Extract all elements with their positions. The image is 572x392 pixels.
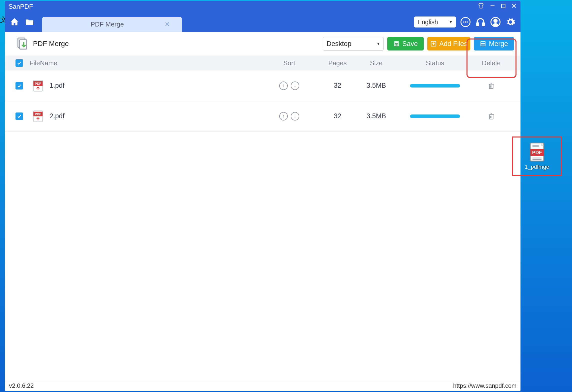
save-button[interactable]: Save bbox=[387, 37, 424, 50]
svg-text:PDF: PDF bbox=[35, 82, 41, 86]
column-filename: FileName bbox=[30, 59, 258, 67]
svg-text:PDF: PDF bbox=[532, 150, 542, 155]
sort-down-button[interactable]: ↓ bbox=[291, 112, 299, 120]
svg-rect-15 bbox=[396, 42, 398, 43]
toolbar: PDF Merge Desktop ▼ Save Add Files Merge bbox=[5, 32, 520, 56]
tab-close-icon[interactable]: ✕ bbox=[162, 20, 172, 28]
pdf-file-icon: PDF bbox=[32, 79, 44, 92]
sort-up-button[interactable]: ↑ bbox=[279, 112, 288, 120]
desktop-output-file[interactable]: PDF 1_pdfmge bbox=[512, 136, 562, 176]
sort-down-button[interactable]: ↓ bbox=[291, 82, 299, 90]
table-header: FileName Sort Pages Size Status Delete bbox=[5, 56, 520, 70]
gear-icon[interactable] bbox=[505, 16, 516, 28]
row-checkbox[interactable] bbox=[16, 82, 23, 90]
pages-value: 32 bbox=[320, 112, 355, 120]
window-title: SanPDF bbox=[8, 3, 478, 10]
select-all-checkbox[interactable] bbox=[16, 59, 23, 67]
chevron-down-icon: ▼ bbox=[449, 20, 452, 24]
titlebar: SanPDF bbox=[5, 1, 520, 12]
minimize-button[interactable] bbox=[490, 3, 496, 10]
table-row: PDF 2.pdf ↑ ↓ 32 3.5MB bbox=[5, 101, 520, 132]
column-status: Status bbox=[398, 59, 472, 67]
size-value: 3.5MB bbox=[355, 112, 398, 120]
tshirt-icon[interactable] bbox=[478, 2, 484, 11]
add-files-label: Add Files bbox=[439, 40, 468, 48]
pdf-file-icon: PDF bbox=[32, 110, 44, 123]
svg-rect-9 bbox=[482, 23, 484, 26]
svg-rect-8 bbox=[477, 23, 478, 26]
size-value: 3.5MB bbox=[355, 82, 398, 90]
svg-point-11 bbox=[494, 19, 497, 22]
svg-point-5 bbox=[463, 22, 464, 23]
home-icon[interactable] bbox=[10, 17, 20, 27]
chat-icon[interactable] bbox=[460, 16, 471, 28]
tab-label: PDF Merge bbox=[52, 20, 162, 28]
svg-rect-20 bbox=[481, 42, 485, 44]
svg-rect-1 bbox=[502, 4, 505, 8]
statusbar: v2.0.6.22 https://www.sanpdf.com bbox=[5, 380, 520, 391]
row-checkbox[interactable] bbox=[16, 112, 23, 120]
svg-point-6 bbox=[465, 22, 466, 23]
pdf-merge-icon bbox=[15, 36, 29, 51]
app-window: SanPDF bbox=[5, 1, 520, 391]
maximize-button[interactable] bbox=[500, 3, 506, 10]
chevron-down-icon: ▼ bbox=[377, 42, 380, 46]
sort-up-button[interactable]: ↑ bbox=[279, 82, 288, 90]
folder-icon[interactable] bbox=[24, 17, 34, 27]
desktop-file-label: 1_pdfmge bbox=[525, 164, 549, 170]
desktop-background: 文 SanPDF bbox=[0, 0, 572, 392]
merge-label: Merge bbox=[489, 40, 508, 48]
user-icon[interactable] bbox=[490, 16, 501, 28]
column-pages: Pages bbox=[320, 59, 355, 67]
svg-rect-33 bbox=[490, 114, 493, 119]
svg-rect-16 bbox=[395, 44, 398, 46]
pdf-document-icon: PDF bbox=[528, 142, 546, 162]
language-selected: English bbox=[418, 18, 438, 26]
page-title: PDF Merge bbox=[33, 40, 69, 48]
delete-button[interactable] bbox=[472, 82, 510, 90]
svg-rect-25 bbox=[490, 84, 493, 88]
close-button[interactable] bbox=[511, 3, 517, 10]
column-sort: Sort bbox=[258, 59, 320, 67]
filename: 1.pdf bbox=[50, 82, 64, 90]
svg-text:PDF: PDF bbox=[35, 112, 41, 116]
delete-button[interactable] bbox=[472, 112, 510, 120]
version-label: v2.0.6.22 bbox=[9, 382, 34, 389]
pages-value: 32 bbox=[320, 82, 355, 90]
tab-pdf-merge[interactable]: PDF Merge ✕ bbox=[42, 17, 182, 32]
column-size: Size bbox=[355, 59, 398, 67]
table-row: PDF 1.pdf ↑ ↓ 32 3.5MB bbox=[5, 70, 520, 101]
language-select[interactable]: English ▼ bbox=[414, 16, 456, 28]
destination-selected: Desktop bbox=[326, 40, 351, 48]
website-url: https://www.sanpdf.com bbox=[453, 382, 516, 389]
progress-bar bbox=[410, 114, 460, 118]
navbar: PDF Merge ✕ English ▼ bbox=[5, 12, 520, 32]
svg-rect-21 bbox=[481, 44, 485, 46]
merge-button[interactable]: Merge bbox=[474, 37, 514, 50]
destination-select[interactable]: Desktop ▼ bbox=[323, 37, 384, 50]
svg-point-7 bbox=[466, 22, 468, 23]
column-delete: Delete bbox=[472, 59, 510, 67]
headphones-icon[interactable] bbox=[475, 16, 486, 28]
save-label: Save bbox=[402, 40, 418, 48]
progress-bar bbox=[410, 84, 460, 88]
add-files-button[interactable]: Add Files bbox=[427, 37, 470, 50]
filename: 2.pdf bbox=[50, 112, 64, 120]
